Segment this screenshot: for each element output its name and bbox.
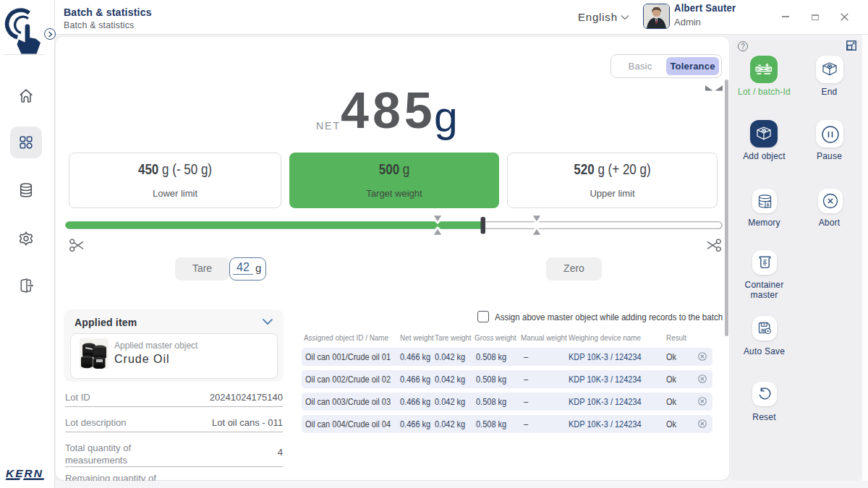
svg-text:KERN: KERN <box>6 467 43 479</box>
